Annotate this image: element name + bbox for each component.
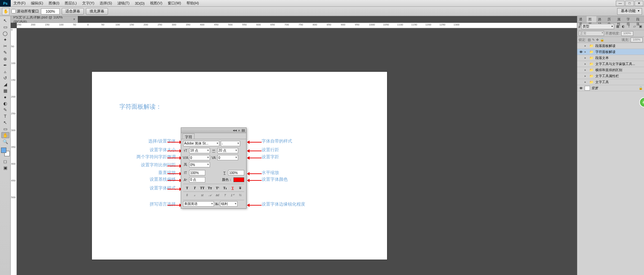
layer-name[interactable]: 段落文本 <box>595 56 609 60</box>
layer-thumbnail[interactable] <box>585 86 590 91</box>
gradient-tool[interactable]: ▦ <box>1 88 9 94</box>
titling-alt-button[interactable]: T <box>222 193 228 198</box>
panel-collapse-icon[interactable]: ◂◂ <box>233 128 237 132</box>
foreground-color[interactable] <box>1 148 6 153</box>
filter-adjust-icon[interactable]: ◐ <box>621 24 626 29</box>
expand-icon[interactable]: ▸ <box>585 68 588 71</box>
move-tool[interactable]: ↖ <box>1 17 9 23</box>
expand-icon[interactable]: ▸ <box>585 62 588 65</box>
hand-tool-icon[interactable]: ✋ <box>2 8 9 15</box>
screenmode-toggle[interactable]: ▣ <box>1 165 9 171</box>
contextual-alt-button[interactable]: ℴ <box>192 193 197 198</box>
lasso-tool[interactable]: ◯ <box>1 30 9 36</box>
vertical-scale-input[interactable]: 100% <box>189 170 205 175</box>
faux-bold-button[interactable]: T <box>184 185 190 190</box>
shape-tool[interactable]: ▭ <box>1 126 9 132</box>
discretionary-lig-button[interactable]: st <box>200 193 205 198</box>
healing-tool[interactable]: ⊕ <box>1 56 9 62</box>
layer-row[interactable]: ▸📁文字工具与文字蒙版工具... <box>577 61 644 67</box>
minimize-button[interactable]: — <box>616 1 625 6</box>
layer-row[interactable]: 👁背景🔒 <box>577 85 644 91</box>
tab-character[interactable]: 字符 <box>625 16 634 22</box>
layer-name[interactable]: 文字工具与文字蒙版工具... <box>595 62 635 66</box>
lock-all-icon[interactable]: 🔒 <box>600 38 604 42</box>
zoom-input[interactable] <box>41 8 60 14</box>
layer-filter-dropdown[interactable]: 类型 <box>581 24 614 29</box>
type-tool[interactable]: T <box>1 113 9 119</box>
allcaps-button[interactable]: TT <box>200 185 205 190</box>
layer-row[interactable]: ▸📁段落面板解读 <box>577 43 644 49</box>
panel-header[interactable]: ◂◂×▤ <box>181 128 246 133</box>
fill-input[interactable]: 100% <box>631 38 643 42</box>
menu-view[interactable]: 视图(V) <box>147 1 165 6</box>
history-brush-tool[interactable]: ↺ <box>1 75 9 81</box>
ordinals-button[interactable]: 1ˢᵗ <box>230 193 235 198</box>
menu-3d[interactable]: 3D(D) <box>132 1 147 5</box>
menu-select[interactable]: 选择(S) <box>97 1 115 6</box>
layer-row[interactable]: ▸📁文字工具 <box>577 79 644 85</box>
ligatures-button[interactable]: fi <box>184 193 190 198</box>
marquee-tool[interactable]: ▭ <box>1 24 9 30</box>
blend-mode-dropdown[interactable]: 正常 <box>579 31 604 36</box>
path-select-tool[interactable]: ↖ <box>1 119 9 125</box>
tab-history[interactable]: 历史 <box>606 16 615 22</box>
close-button[interactable]: ✕ <box>635 1 643 6</box>
layer-name[interactable]: 背景 <box>591 86 598 91</box>
fractions-button[interactable]: ½ <box>237 193 243 198</box>
fill-screen-button[interactable]: 填充屏幕 <box>86 8 108 15</box>
superscript-button[interactable]: T¹ <box>215 185 220 190</box>
menu-image[interactable]: 图像(I) <box>46 1 62 6</box>
tab-properties[interactable]: 属性 <box>615 16 625 22</box>
tab-paths[interactable]: 路径 <box>596 16 606 22</box>
stylistic-alt-button[interactable]: ād <box>215 193 220 198</box>
stamp-tool[interactable]: ▵ <box>1 68 9 74</box>
layers-list[interactable]: ▸📁段落面板解读👁▸📁字符面板解读▸📁段落文本▸📁文字工具与文字蒙版工具...▸… <box>577 43 644 275</box>
menu-filter[interactable]: 滤镜(T) <box>115 1 132 6</box>
layer-name[interactable]: 字符面板解读 <box>595 50 615 54</box>
scroll-all-windows-checkbox[interactable]: 滚动所有窗口 <box>11 9 39 14</box>
layer-row[interactable]: ▸📁横排和直排的区别 <box>577 67 644 73</box>
visibility-toggle[interactable]: 👁 <box>579 86 583 90</box>
kerning-input[interactable]: 0 <box>189 155 210 160</box>
quickmask-toggle[interactable]: ◻ <box>1 158 9 164</box>
antialias-dropdown[interactable]: 锐利 <box>220 201 237 207</box>
font-style-dropdown[interactable]: - <box>221 141 240 146</box>
font-family-dropdown[interactable]: Adobe 黑体 St... <box>183 141 219 146</box>
smallcaps-button[interactable]: Tᴛ <box>207 185 213 190</box>
expand-icon[interactable]: ▸ <box>585 50 588 53</box>
layer-name[interactable]: 文字工具属性栏 <box>595 74 619 78</box>
pen-tool[interactable]: ✎ <box>1 107 9 113</box>
filter-shape-icon[interactable]: ▱ <box>632 24 637 29</box>
layer-name[interactable]: 段落面板解读 <box>595 44 615 48</box>
zoom-tool[interactable]: 🔍 <box>1 139 9 145</box>
menu-window[interactable]: 窗口(W) <box>165 1 184 6</box>
menu-type[interactable]: 文字(Y) <box>79 1 97 6</box>
visibility-toggle[interactable]: 👁 <box>579 50 583 54</box>
brush-tool[interactable]: ✒ <box>1 62 9 68</box>
scroll-all-checkbox-input[interactable] <box>11 9 16 13</box>
filter-pixel-icon[interactable]: ▦ <box>615 24 620 29</box>
maximize-button[interactable]: □ <box>625 1 634 6</box>
lock-transparency-icon[interactable]: ▨ <box>588 38 591 42</box>
panel-close-icon[interactable]: × <box>238 128 240 132</box>
underline-button[interactable]: T <box>230 185 235 190</box>
layer-row[interactable]: ▸📁文字工具属性栏 <box>577 73 644 79</box>
dodge-tool[interactable]: ◐ <box>1 100 9 106</box>
faux-italic-button[interactable]: T <box>192 185 197 190</box>
panel-menu-icon[interactable]: ▤ <box>241 128 245 132</box>
expand-icon[interactable]: ▸ <box>585 44 588 47</box>
language-dropdown[interactable]: 美国英语 <box>183 201 214 207</box>
workspace-dropdown[interactable]: 基本功能 <box>617 8 642 15</box>
lock-position-icon[interactable]: ✥ <box>596 38 599 42</box>
opacity-input[interactable]: 100% <box>621 31 633 36</box>
filter-type-icon[interactable]: T <box>627 24 631 29</box>
character-panel[interactable]: ◂◂×▤ 字符 Adobe 黑体 St... - тT 18 点 ᴬ͟ᴬ 20 … <box>181 127 247 209</box>
menu-help[interactable]: 帮助(H) <box>184 1 202 6</box>
tab-layers[interactable]: 图层 <box>587 16 596 22</box>
expand-icon[interactable]: ▸ <box>585 56 588 59</box>
menu-edit[interactable]: 编辑(E) <box>28 1 46 6</box>
tab-channels[interactable]: 通道 <box>577 16 587 22</box>
leading-input[interactable]: 20 点 <box>217 148 238 153</box>
wand-tool[interactable]: ✦ <box>1 37 9 43</box>
baseline-shift-input[interactable]: 0 点 <box>189 177 205 182</box>
